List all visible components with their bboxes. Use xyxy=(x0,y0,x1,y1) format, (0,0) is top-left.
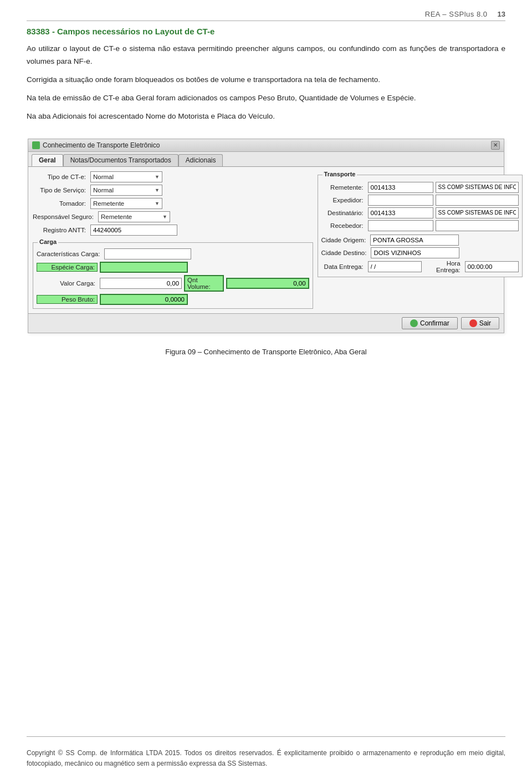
expedidor-name[interactable] xyxy=(436,195,519,206)
section-title: 83383 - Campos necessários no Layout de … xyxy=(27,27,505,36)
cidade-origem-input[interactable] xyxy=(370,235,459,246)
tipo-servico-label: Tipo de Serviço: xyxy=(33,187,88,194)
tipo-cte-row: Tipo de CT-e: Normal ▼ xyxy=(33,171,313,182)
hora-entrega-input[interactable] xyxy=(465,261,519,272)
valor-carga-input[interactable] xyxy=(100,278,182,289)
paragraph-2: Corrigida a situação onde foram bloquead… xyxy=(27,74,505,86)
recebedor-code[interactable] xyxy=(368,220,433,231)
carga-section-label: Carga xyxy=(38,238,58,245)
remetente-label: Remetente: xyxy=(321,184,366,191)
remetente-code[interactable] xyxy=(368,182,433,193)
titlebar-left: Conhecimento de Transporte Eletrônico xyxy=(32,141,160,149)
paragraph-3: Na tela de emissão de CT-e aba Geral for… xyxy=(27,92,505,105)
antt-input[interactable] xyxy=(90,225,177,236)
antt-label: Registro ANTT: xyxy=(33,227,88,233)
especie-carga-label: Espécie Carga: xyxy=(37,263,98,272)
tomador-select[interactable]: Remetente ▼ xyxy=(90,198,162,209)
page-number: 13 xyxy=(498,10,505,18)
destinatario-row: Destinatário: xyxy=(321,207,519,218)
responsavel-arrow: ▼ xyxy=(162,214,167,220)
recebedor-label: Recebedor: xyxy=(321,222,366,229)
remetente-name[interactable] xyxy=(436,182,519,193)
cidade-origem-row: Cidade Origem: xyxy=(321,235,519,246)
form-left: Tipo de CT-e: Normal ▼ Tipo de Serviço: … xyxy=(33,171,313,309)
especie-row: Espécie Carga: xyxy=(37,262,309,273)
paragraph-1: Ao utilizar o layout de CT-e o sistema n… xyxy=(27,43,505,68)
cidade-destino-row: Cidade Destino: xyxy=(321,247,519,258)
tipo-cte-select[interactable]: Normal ▼ xyxy=(90,171,162,182)
tomador-arrow: ▼ xyxy=(155,201,160,206)
cidade-destino-input[interactable] xyxy=(371,247,459,258)
hora-entrega-label: Hora Entrega: xyxy=(424,260,463,273)
paragraph-4: Na aba Adicionais foi acrescentado Nome … xyxy=(27,110,505,123)
transporte-label: Transporte xyxy=(323,171,357,177)
header-title: REA – SSPlus 8.0 xyxy=(425,10,488,18)
recebedor-row: Recebedor: xyxy=(321,220,519,231)
expedidor-code[interactable] xyxy=(368,195,433,206)
close-button[interactable]: ✕ xyxy=(491,141,500,150)
caract-carga-label: Características Carga: xyxy=(37,251,102,257)
confirmar-label: Confirmar xyxy=(420,319,449,327)
peso-bruto-label: Peso Bruto: xyxy=(37,295,98,304)
footer-divider xyxy=(27,736,505,737)
tomador-label: Tomador: xyxy=(33,200,88,207)
valor-carga-label: Valor Carga: xyxy=(37,280,98,287)
peso-bruto-input[interactable] xyxy=(100,294,188,305)
tipo-servico-value: Normal xyxy=(93,187,114,194)
responsavel-row: Responsável Seguro: Remetente ▼ xyxy=(33,211,313,222)
tab-geral[interactable]: Geral xyxy=(32,154,63,166)
responsavel-value: Remetente xyxy=(101,213,132,220)
data-entrega-input[interactable] xyxy=(368,261,422,272)
tipo-servico-arrow: ▼ xyxy=(155,187,160,193)
responsavel-select[interactable]: Remetente ▼ xyxy=(98,211,170,222)
tomador-row: Tomador: Remetente ▼ xyxy=(33,198,313,209)
figure-caption: Figura 09 – Conhecimento de Transporte E… xyxy=(27,348,505,356)
tomador-value: Remetente xyxy=(93,200,124,207)
sair-label: Sair xyxy=(479,319,491,327)
form-body: Tipo de CT-e: Normal ▼ Tipo de Serviço: … xyxy=(28,167,504,313)
tab-adicionais[interactable]: Adicionais xyxy=(178,154,223,166)
responsavel-label: Responsável Seguro: xyxy=(33,213,96,220)
cidade-origem-label: Cidade Origem: xyxy=(321,237,369,243)
qnt-volume-label: Qnt Volume: xyxy=(184,275,223,292)
tipo-cte-arrow: ▼ xyxy=(155,174,160,180)
sair-icon xyxy=(469,319,477,327)
bottom-buttons: Confirmar Sair xyxy=(28,313,504,333)
destinatario-label: Destinatário: xyxy=(321,210,366,216)
data-entrega-label: Data Entrega: xyxy=(321,263,366,270)
confirmar-icon xyxy=(410,319,418,327)
expedidor-label: Expedidor: xyxy=(321,197,366,203)
remetente-row: Remetente: xyxy=(321,182,519,193)
tipo-cte-value: Normal xyxy=(93,174,114,180)
figure-titlebar: Conhecimento de Transporte Eletrônico ✕ xyxy=(28,139,504,152)
footer-text: Copyright © SS Comp. de Informática LTDA… xyxy=(27,748,505,769)
window-title: Conhecimento de Transporte Eletrônico xyxy=(43,141,160,149)
tabs-bar: Geral Notas/Documentos Transportados Adi… xyxy=(28,152,504,167)
caract-carga-row: Características Carga: xyxy=(37,248,309,259)
qnt-volume-input[interactable] xyxy=(226,278,309,289)
tipo-servico-select[interactable]: Normal ▼ xyxy=(90,185,162,196)
expedidor-row: Expedidor: xyxy=(321,195,519,206)
caract-carga-input[interactable] xyxy=(104,248,191,259)
confirmar-button[interactable]: Confirmar xyxy=(402,317,458,329)
recebedor-name[interactable] xyxy=(436,220,519,231)
tab-notas[interactable]: Notas/Documentos Transportados xyxy=(63,154,178,166)
antt-row: Registro ANTT: xyxy=(33,225,313,236)
form-right: Transporte Remetente: Expedidor: xyxy=(318,171,523,309)
especie-carga-input[interactable] xyxy=(100,262,188,273)
tipo-servico-row: Tipo de Serviço: Normal ▼ xyxy=(33,185,313,196)
data-entrega-row: Data Entrega: Hora Entrega: xyxy=(321,260,519,273)
window-icon xyxy=(32,141,40,149)
figure-window: Conhecimento de Transporte Eletrônico ✕ … xyxy=(28,139,504,333)
tipo-cte-label: Tipo de CT-e: xyxy=(33,174,88,180)
transporte-group: Transporte Remetente: Expedidor: xyxy=(318,175,523,277)
cidade-destino-label: Cidade Destino: xyxy=(321,250,369,256)
peso-bruto-row: Peso Bruto: xyxy=(37,294,309,305)
destinatario-name[interactable] xyxy=(436,207,519,218)
valor-carga-row: Valor Carga: Qnt Volume: xyxy=(37,275,309,292)
destinatario-code[interactable] xyxy=(368,207,433,218)
sair-button[interactable]: Sair xyxy=(461,317,499,329)
carga-section: Carga Características Carga: Espécie Car… xyxy=(33,242,313,309)
